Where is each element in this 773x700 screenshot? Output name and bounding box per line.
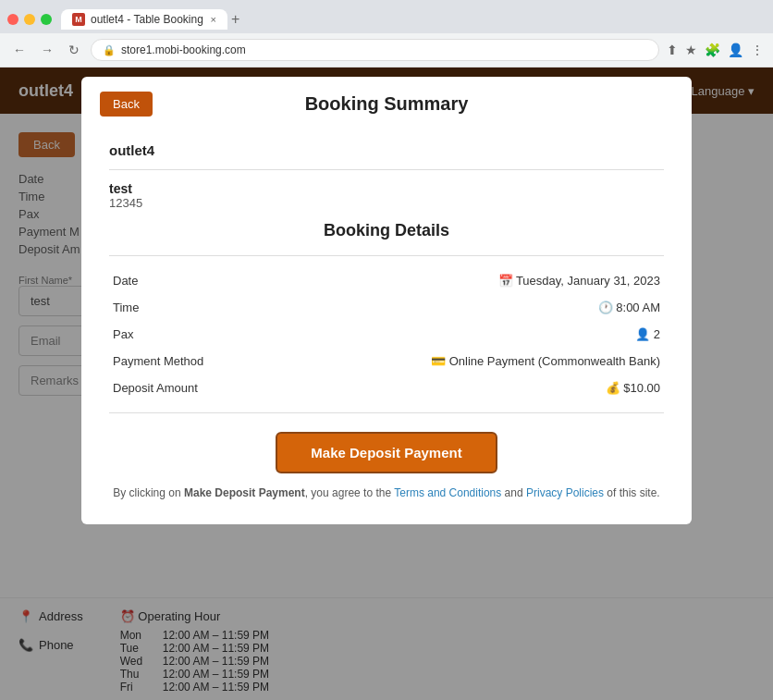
tab-close-button[interactable]: × <box>211 14 216 25</box>
deposit-btn-area: Make Deposit Payment <box>109 432 664 473</box>
bookmark-icon[interactable]: ★ <box>685 43 697 57</box>
address-bar-row: ← → ↻ 🔒 store1.mobi-booking.com ⬆ ★ 🧩 👤 … <box>0 33 773 67</box>
modal-outlet-name: outlet4 <box>109 142 664 158</box>
details-table: Date📅 Tuesday, January 31, 2023Time🕐 8:0… <box>109 267 664 401</box>
url-text: store1.mobi-booking.com <box>121 43 246 56</box>
maximize-window-button[interactable] <box>41 14 52 25</box>
modal-back-button[interactable]: Back <box>100 92 153 117</box>
customer-info: test 12345 <box>109 181 664 210</box>
modal-title: Booking Summary <box>305 93 469 115</box>
terms-prefix: By clicking on <box>113 486 184 499</box>
terms-conditions-link[interactable]: Terms and Conditions <box>394 486 501 499</box>
extensions-icon[interactable]: 🧩 <box>705 43 720 57</box>
detail-label: Deposit Amount <box>109 375 257 401</box>
minimize-window-button[interactable] <box>24 14 35 25</box>
terms-text: By clicking on Make Deposit Payment, you… <box>109 485 664 502</box>
page-content: outlet4 Language ▾ Back Date Time Pax <box>0 68 773 700</box>
table-row: Pax👤 2 <box>109 321 664 348</box>
tab-favicon: M <box>72 13 85 26</box>
privacy-policies-link[interactable]: Privacy Policies <box>526 486 604 499</box>
detail-label: Pax <box>109 321 257 348</box>
close-window-button[interactable] <box>7 14 18 25</box>
menu-icon[interactable]: ⋮ <box>751 43 764 57</box>
detail-value: 🕐 8:00 AM <box>257 294 664 321</box>
detail-label: Time <box>109 294 257 321</box>
tab-title: outlet4 - Table Booking <box>91 13 203 26</box>
detail-value: 💰 $10.00 <box>257 375 664 401</box>
customer-name: test <box>109 181 664 196</box>
table-row: Payment Method💳 Online Payment (Commonwe… <box>109 348 664 375</box>
table-row: Deposit Amount💰 $10.00 <box>109 375 664 401</box>
modal-overlay: Back Booking Summary outlet4 test 12345 … <box>0 68 773 700</box>
tab-bar: M outlet4 - Table Booking × + <box>0 0 773 33</box>
browser-actions: ⬆ ★ 🧩 👤 ⋮ <box>667 43 764 57</box>
terms-middle: , you agree to the <box>305 486 395 499</box>
modal-header: Back Booking Summary <box>81 77 692 128</box>
customer-id: 12345 <box>109 196 664 210</box>
detail-label: Payment Method <box>109 348 257 375</box>
detail-value: 💳 Online Payment (Commonwealth Bank) <box>257 348 664 375</box>
table-row: Time🕐 8:00 AM <box>109 294 664 321</box>
back-nav-button[interactable]: ← <box>9 41 30 59</box>
active-tab[interactable]: M outlet4 - Table Booking × <box>61 9 227 30</box>
lock-icon: 🔒 <box>103 44 116 56</box>
booking-summary-modal: Back Booking Summary outlet4 test 12345 … <box>81 77 692 524</box>
divider-3 <box>109 412 664 413</box>
modal-body: outlet4 test 12345 Booking Details Date📅… <box>81 128 692 524</box>
divider-1 <box>109 169 664 170</box>
traffic-lights <box>7 14 52 25</box>
terms-bold: Make Deposit Payment <box>184 486 305 499</box>
table-row: Date📅 Tuesday, January 31, 2023 <box>109 267 664 294</box>
profile-icon[interactable]: 👤 <box>728 43 743 57</box>
browser-chrome: M outlet4 - Table Booking × + ← → ↻ 🔒 st… <box>0 0 773 68</box>
share-icon[interactable]: ⬆ <box>667 43 678 57</box>
new-tab-button[interactable]: + <box>231 11 239 28</box>
make-deposit-button[interactable]: Make Deposit Payment <box>276 432 497 473</box>
detail-label: Date <box>109 267 257 294</box>
detail-value: 📅 Tuesday, January 31, 2023 <box>257 267 664 294</box>
address-bar[interactable]: 🔒 store1.mobi-booking.com <box>91 39 659 61</box>
terms-suffix: of this site. <box>604 486 660 499</box>
refresh-nav-button[interactable]: ↻ <box>65 41 83 59</box>
divider-2 <box>109 255 664 256</box>
forward-nav-button[interactable]: → <box>37 41 57 59</box>
terms-and: and <box>501 486 526 499</box>
detail-value: 👤 2 <box>257 321 664 348</box>
booking-details-title: Booking Details <box>109 221 664 240</box>
